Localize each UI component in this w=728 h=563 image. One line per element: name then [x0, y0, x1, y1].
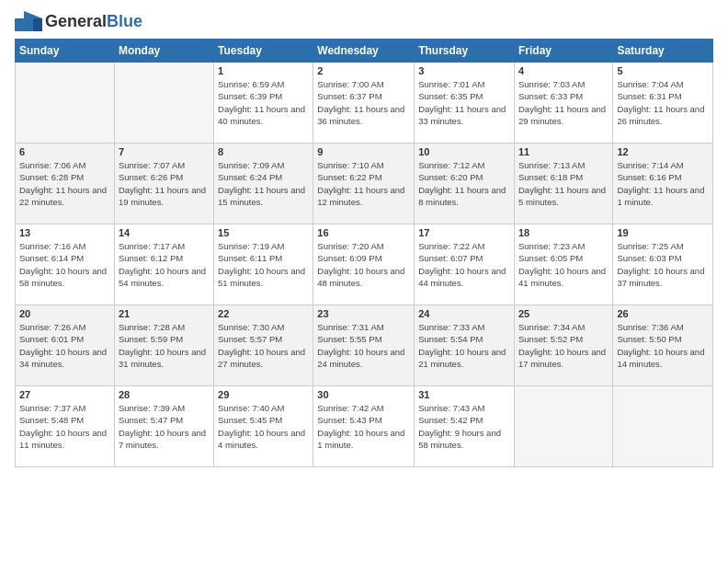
day-cell [114, 63, 213, 144]
day-info: Sunrise: 7:14 AMSunset: 6:16 PMDaylight:… [617, 159, 709, 208]
day-number: 25 [518, 308, 609, 319]
day-info: Sunrise: 7:19 AMSunset: 6:11 PMDaylight:… [218, 240, 309, 289]
day-cell: 11Sunrise: 7:13 AMSunset: 6:18 PMDayligh… [514, 144, 612, 224]
header: GeneralBlue [15, 11, 713, 31]
day-number: 3 [418, 65, 510, 76]
weekday-monday: Monday [114, 40, 213, 63]
day-cell: 31Sunrise: 7:43 AMSunset: 5:42 PMDayligh… [415, 386, 515, 467]
day-cell: 2Sunrise: 7:00 AMSunset: 6:37 PMDaylight… [313, 63, 415, 144]
day-info: Sunrise: 7:17 AMSunset: 6:12 PMDaylight:… [119, 240, 210, 289]
day-info: Sunrise: 7:10 AMSunset: 6:22 PMDaylight:… [317, 159, 410, 208]
day-info: Sunrise: 7:36 AMSunset: 5:50 PMDaylight:… [617, 321, 709, 370]
day-cell: 12Sunrise: 7:14 AMSunset: 6:16 PMDayligh… [613, 144, 713, 224]
day-cell: 18Sunrise: 7:23 AMSunset: 6:05 PMDayligh… [514, 224, 612, 305]
day-number: 17 [418, 227, 510, 238]
day-number: 27 [19, 389, 110, 400]
day-info: Sunrise: 7:06 AMSunset: 6:28 PMDaylight:… [19, 159, 110, 208]
day-info: Sunrise: 7:13 AMSunset: 6:18 PMDaylight:… [518, 159, 609, 208]
day-info: Sunrise: 7:23 AMSunset: 6:05 PMDaylight:… [518, 240, 609, 289]
day-cell: 13Sunrise: 7:16 AMSunset: 6:14 PMDayligh… [16, 224, 115, 305]
day-cell: 15Sunrise: 7:19 AMSunset: 6:11 PMDayligh… [214, 224, 313, 305]
day-info: Sunrise: 7:34 AMSunset: 5:52 PMDaylight:… [518, 321, 609, 370]
calendar-body: 1Sunrise: 6:59 AMSunset: 6:39 PMDaylight… [16, 63, 713, 467]
day-number: 26 [617, 308, 709, 319]
day-cell: 26Sunrise: 7:36 AMSunset: 5:50 PMDayligh… [613, 305, 713, 386]
day-info: Sunrise: 7:07 AMSunset: 6:26 PMDaylight:… [119, 159, 210, 208]
weekday-wednesday: Wednesday [313, 40, 415, 63]
day-cell [613, 386, 713, 467]
day-number: 12 [617, 146, 709, 157]
day-number: 19 [617, 227, 709, 238]
day-cell: 7Sunrise: 7:07 AMSunset: 6:26 PMDaylight… [114, 144, 213, 224]
day-info: Sunrise: 7:30 AMSunset: 5:57 PMDaylight:… [218, 321, 309, 370]
logo-icon [15, 11, 42, 31]
day-cell: 4Sunrise: 7:03 AMSunset: 6:33 PMDaylight… [514, 63, 612, 144]
day-cell: 24Sunrise: 7:33 AMSunset: 5:54 PMDayligh… [415, 305, 515, 386]
day-cell: 1Sunrise: 6:59 AMSunset: 6:39 PMDaylight… [214, 63, 313, 144]
day-cell: 5Sunrise: 7:04 AMSunset: 6:31 PMDaylight… [613, 63, 713, 144]
day-number: 23 [317, 308, 410, 319]
day-number: 24 [418, 308, 510, 319]
day-info: Sunrise: 7:26 AMSunset: 6:01 PMDaylight:… [19, 321, 110, 370]
day-number: 22 [218, 308, 309, 319]
day-info: Sunrise: 7:31 AMSunset: 5:55 PMDaylight:… [317, 321, 410, 370]
week-row-2: 13Sunrise: 7:16 AMSunset: 6:14 PMDayligh… [16, 224, 713, 305]
day-info: Sunrise: 7:01 AMSunset: 6:35 PMDaylight:… [418, 78, 510, 127]
day-info: Sunrise: 7:04 AMSunset: 6:31 PMDaylight:… [617, 78, 709, 127]
day-number: 11 [518, 146, 609, 157]
day-number: 13 [19, 227, 110, 238]
day-cell: 21Sunrise: 7:28 AMSunset: 5:59 PMDayligh… [114, 305, 213, 386]
day-info: Sunrise: 7:12 AMSunset: 6:20 PMDaylight:… [418, 159, 510, 208]
day-cell: 25Sunrise: 7:34 AMSunset: 5:52 PMDayligh… [514, 305, 612, 386]
day-cell: 16Sunrise: 7:20 AMSunset: 6:09 PMDayligh… [313, 224, 415, 305]
day-number: 9 [317, 146, 410, 157]
day-number: 1 [218, 65, 309, 76]
svg-marker-2 [33, 18, 42, 31]
day-cell [514, 386, 612, 467]
day-cell [16, 63, 115, 144]
day-number: 4 [518, 65, 609, 76]
day-cell: 23Sunrise: 7:31 AMSunset: 5:55 PMDayligh… [313, 305, 415, 386]
day-info: Sunrise: 7:42 AMSunset: 5:43 PMDaylight:… [317, 402, 410, 451]
day-info: Sunrise: 7:33 AMSunset: 5:54 PMDaylight:… [418, 321, 510, 370]
weekday-sunday: Sunday [16, 40, 115, 63]
day-number: 18 [518, 227, 609, 238]
svg-marker-1 [24, 11, 42, 18]
day-cell: 29Sunrise: 7:40 AMSunset: 5:45 PMDayligh… [214, 386, 313, 467]
day-number: 2 [317, 65, 410, 76]
day-cell: 30Sunrise: 7:42 AMSunset: 5:43 PMDayligh… [313, 386, 415, 467]
day-cell: 27Sunrise: 7:37 AMSunset: 5:48 PMDayligh… [16, 386, 115, 467]
day-cell: 17Sunrise: 7:22 AMSunset: 6:07 PMDayligh… [415, 224, 515, 305]
day-cell: 3Sunrise: 7:01 AMSunset: 6:35 PMDaylight… [415, 63, 515, 144]
logo: GeneralBlue [15, 11, 142, 31]
day-cell: 28Sunrise: 7:39 AMSunset: 5:47 PMDayligh… [114, 386, 213, 467]
day-number: 21 [119, 308, 210, 319]
day-number: 20 [19, 308, 110, 319]
day-info: Sunrise: 7:00 AMSunset: 6:37 PMDaylight:… [317, 78, 410, 127]
weekday-saturday: Saturday [613, 40, 713, 63]
day-info: Sunrise: 7:03 AMSunset: 6:33 PMDaylight:… [518, 78, 609, 127]
week-row-4: 27Sunrise: 7:37 AMSunset: 5:48 PMDayligh… [16, 386, 713, 467]
day-info: Sunrise: 7:28 AMSunset: 5:59 PMDaylight:… [119, 321, 210, 370]
day-number: 10 [418, 146, 510, 157]
day-number: 31 [418, 389, 510, 400]
day-number: 6 [19, 146, 110, 157]
svg-rect-0 [15, 18, 33, 31]
day-number: 14 [119, 227, 210, 238]
page: GeneralBlue SundayMondayTuesdayWednesday… [0, 0, 728, 563]
day-cell: 14Sunrise: 7:17 AMSunset: 6:12 PMDayligh… [114, 224, 213, 305]
calendar: SundayMondayTuesdayWednesdayThursdayFrid… [15, 39, 713, 467]
weekday-thursday: Thursday [415, 40, 515, 63]
day-cell: 22Sunrise: 7:30 AMSunset: 5:57 PMDayligh… [214, 305, 313, 386]
day-number: 28 [119, 389, 210, 400]
day-number: 30 [317, 389, 410, 400]
day-info: Sunrise: 7:25 AMSunset: 6:03 PMDaylight:… [617, 240, 709, 289]
day-cell: 6Sunrise: 7:06 AMSunset: 6:28 PMDaylight… [16, 144, 115, 224]
day-info: Sunrise: 7:39 AMSunset: 5:47 PMDaylight:… [119, 402, 210, 451]
day-cell: 20Sunrise: 7:26 AMSunset: 6:01 PMDayligh… [16, 305, 115, 386]
day-cell: 10Sunrise: 7:12 AMSunset: 6:20 PMDayligh… [415, 144, 515, 224]
day-info: Sunrise: 7:43 AMSunset: 5:42 PMDaylight:… [418, 402, 510, 451]
week-row-1: 6Sunrise: 7:06 AMSunset: 6:28 PMDaylight… [16, 144, 713, 224]
day-info: Sunrise: 6:59 AMSunset: 6:39 PMDaylight:… [218, 78, 309, 127]
day-cell: 8Sunrise: 7:09 AMSunset: 6:24 PMDaylight… [214, 144, 313, 224]
